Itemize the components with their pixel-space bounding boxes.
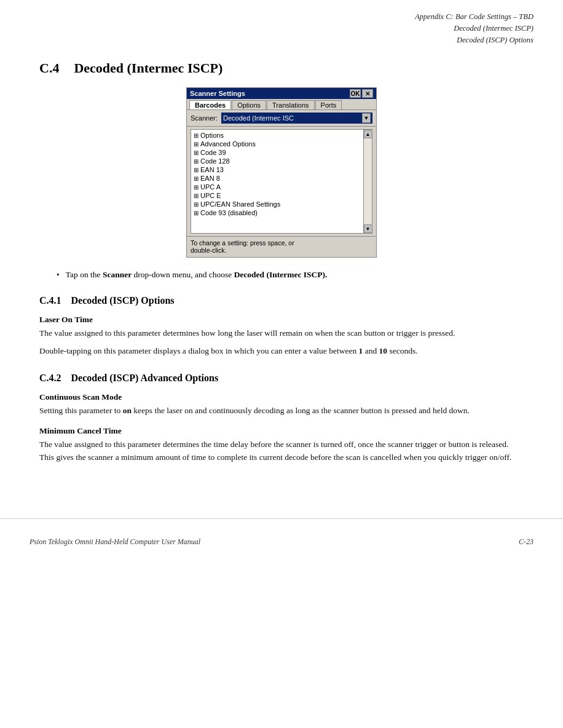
tree-item[interactable]: ⊞ Code 39 <box>192 148 371 157</box>
tree-item[interactable]: ⊞ EAN 13 <box>192 165 371 174</box>
tree-item[interactable]: ⊞ Options <box>192 131 371 140</box>
tab-translations[interactable]: Translations <box>267 100 315 109</box>
tree-item[interactable]: ⊞ EAN 8 <box>192 174 371 183</box>
footer-right: C-23 <box>519 537 533 547</box>
min-cancel-para: The value assigned to this parameter det… <box>39 438 524 464</box>
tree-item[interactable]: ⊞ Code 93 (disabled) <box>192 208 371 217</box>
para2-mid: and <box>363 346 379 355</box>
scrollbar[interactable]: ▲ ▼ <box>363 130 372 233</box>
window-title: Scanner Settings <box>190 90 245 97</box>
section-c4-heading: C.4Decoded (Intermec ISCP) <box>39 60 524 76</box>
window-buttons: OK ✕ <box>350 89 373 98</box>
main-content: C.4Decoded (Intermec ISCP) Scanner Setti… <box>0 49 563 494</box>
scroll-down-button[interactable]: ▼ <box>364 224 372 233</box>
laser-on-time-heading: Laser On Time <box>39 315 524 325</box>
header-line2: Decoded (Intermec ISCP) <box>30 23 533 34</box>
scrollbar-track[interactable] <box>364 138 372 224</box>
tab-ports[interactable]: Ports <box>315 100 342 109</box>
continuous-scan-heading: Continuous Scan Mode <box>39 392 524 402</box>
section-c4-1-heading: C.4.1Decoded (ISCP) Options <box>39 295 524 306</box>
para2-bold2: 10 <box>379 346 388 355</box>
section-c4-1-num: C.4.1 <box>39 295 61 306</box>
scroll-up-button[interactable]: ▲ <box>364 130 372 138</box>
section-c4-2-heading: C.4.2Decoded (ISCP) Advanced Options <box>39 373 524 384</box>
tab-barcodes[interactable]: Barcodes <box>189 100 231 109</box>
min-cancel-heading: Minimum Cancel Time <box>39 426 524 436</box>
header-line3: Decoded (ISCP) Options <box>30 34 533 46</box>
tree-item[interactable]: ⊞ Advanced Options <box>192 140 371 148</box>
tab-options[interactable]: Options <box>232 100 266 109</box>
c4-bullet: Tap on the Scanner drop-down menu, and c… <box>57 269 524 282</box>
window-tabs: Barcodes Options Translations Ports <box>187 99 376 110</box>
section-c4-num: C.4 <box>39 60 59 76</box>
window-hint: To change a setting: press space, ordoub… <box>187 236 376 257</box>
tree-item[interactable]: ⊞ UPC A <box>192 183 371 191</box>
tree-inner: ⊞ Options ⊞ Advanced Options ⊞ Code 39 ⊞… <box>191 130 372 218</box>
para2-post: seconds. <box>387 346 418 355</box>
screenshot-wrap: Scanner Settings OK ✕ Barcodes Options T… <box>39 87 524 258</box>
section-c4-2-num: C.4.2 <box>39 373 61 383</box>
bullet-text: Tap on the Scanner drop-down menu, and c… <box>66 269 328 282</box>
section-c4-1-title: Decoded (ISCP) Options <box>71 295 175 306</box>
header-line1: Appendix C: Bar Code Settings – TBD <box>30 11 533 23</box>
page-header: Appendix C: Bar Code Settings – TBD Deco… <box>0 0 563 49</box>
page-footer: Psion Teklogix Omnii Hand-Held Computer … <box>0 518 563 556</box>
laser-on-time-para2: Double-tapping on this parameter display… <box>39 345 524 358</box>
section-c4-2-title: Decoded (ISCP) Advanced Options <box>71 373 219 383</box>
tree-item[interactable]: ⊞ UPC/EAN Shared Settings <box>192 200 371 208</box>
scanner-label: Scanner: <box>191 114 218 122</box>
continuous-scan-para: Setting this parameter to on keeps the l… <box>39 405 524 417</box>
para2-pre: Double-tapping on this parameter display… <box>39 346 359 355</box>
footer-left: Psion Teklogix Omnii Hand-Held Computer … <box>30 537 200 547</box>
scanner-dropdown-value: Decoded (Intermec ISC <box>223 114 294 122</box>
close-button[interactable]: ✕ <box>362 89 373 98</box>
tree-panel: ⊞ Options ⊞ Advanced Options ⊞ Code 39 ⊞… <box>191 129 372 234</box>
ok-button[interactable]: OK <box>350 89 361 98</box>
scanner-row: Scanner: Decoded (Intermec ISC ▼ <box>187 110 376 127</box>
laser-on-time-para1: The value assigned to this parameter det… <box>39 327 524 340</box>
cs-para-post: keeps the laser on and continuously deco… <box>132 406 470 415</box>
tree-item[interactable]: ⊞ UPC E <box>192 191 371 200</box>
dropdown-arrow-icon[interactable]: ▼ <box>362 113 371 123</box>
scanner-dropdown[interactable]: Decoded (Intermec ISC ▼ <box>221 113 372 124</box>
section-c4-title: Decoded (Intermec ISCP) <box>74 60 222 76</box>
cs-para-bold: on <box>123 406 132 415</box>
scanner-window: Scanner Settings OK ✕ Barcodes Options T… <box>186 87 377 258</box>
cs-para-pre: Setting this parameter to <box>39 406 123 415</box>
window-titlebar: Scanner Settings OK ✕ <box>187 88 376 99</box>
tree-item[interactable]: ⊞ Code 128 <box>192 157 371 165</box>
